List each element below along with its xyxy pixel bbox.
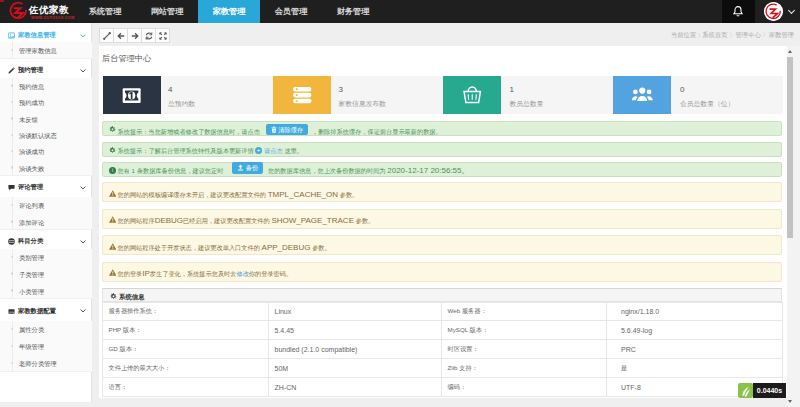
svg-text:i: i <box>111 168 112 173</box>
